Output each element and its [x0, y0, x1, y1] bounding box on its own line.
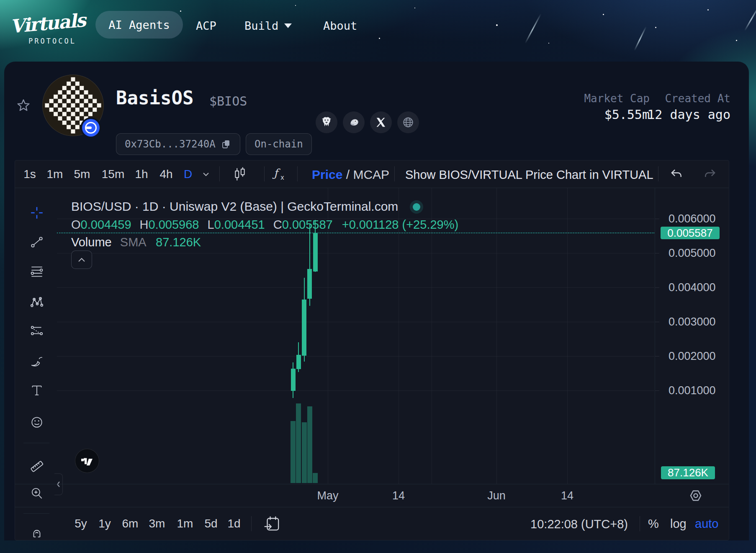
tradingview-logo-button[interactable] [75, 449, 99, 473]
time-tick-label[interactable]: 14 [392, 489, 405, 502]
ohlc-close-value: 0.005587 [282, 218, 333, 231]
brush-tool-icon [30, 354, 44, 368]
timeframe-5m[interactable]: 5m [74, 168, 90, 181]
crosshair-tool-icon [30, 206, 44, 220]
timeframe-1m[interactable]: 1m [47, 168, 63, 181]
brush-tool[interactable] [29, 354, 44, 369]
onchain-pill[interactable]: On-chain [246, 133, 312, 155]
price-tick-mark [655, 390, 659, 391]
goto-date-button[interactable] [263, 514, 280, 533]
timeframe-dropdown-button[interactable] [201, 169, 212, 180]
candle [291, 369, 296, 391]
projection-tool[interactable] [29, 323, 44, 339]
price-axis[interactable]: 0.0060000.0050000.0040000.0030000.002000… [655, 188, 729, 484]
nav-item-acp[interactable]: ACP [196, 19, 216, 32]
log-scale-button[interactable]: log [670, 517, 687, 531]
xabcd-pattern-tool-icon [30, 295, 44, 310]
price-toggle-option[interactable]: Price [312, 168, 342, 181]
magnet-tool[interactable] [29, 525, 44, 540]
globe-icon [402, 116, 414, 129]
ohlc-high-label: H [140, 218, 149, 231]
created-at-value: 12 days ago [647, 107, 730, 122]
zoom-in-tool-icon [30, 486, 44, 501]
last-price-badge: 0.005587 [661, 227, 720, 239]
range-5d[interactable]: 5d [204, 517, 217, 530]
chart-title[interactable]: BIOS/USD · 1D · Uniswap V2 (Base) | Geck… [71, 199, 398, 213]
x-twitter-icon [375, 117, 386, 128]
range-1d[interactable]: 1d [227, 517, 240, 530]
legend-collapse-button[interactable] [71, 251, 92, 269]
ohlc-change: +0.001128 (+25.29%) [342, 218, 458, 231]
x-twitter-link[interactable] [370, 111, 392, 133]
magnet-tool-icon [30, 525, 44, 539]
geckoterminal-icon [347, 116, 360, 129]
market-cap-stat: Market Cap $5.55m [584, 92, 650, 122]
ohlc-close-label: C [273, 218, 282, 231]
gridline-h [57, 322, 654, 322]
auto-scale-button[interactable]: auto [695, 517, 718, 531]
ohlc-open-value: 0.004459 [81, 218, 131, 231]
range-1y[interactable]: 1y [98, 517, 111, 530]
clock-display[interactable]: 10:22:08 (UTC+8) [530, 517, 628, 531]
projection-tool-icon [30, 324, 44, 338]
gear-icon [688, 488, 703, 503]
timeframe-D[interactable]: D [184, 168, 192, 181]
timeframe-1s[interactable]: 1s [23, 168, 36, 181]
price-tick-mark [655, 219, 659, 219]
brand-subtitle: PROTOCOL [28, 37, 76, 45]
calendar-goto-icon [263, 514, 280, 533]
dexscreener-link[interactable] [316, 111, 337, 133]
gridline-h [57, 356, 654, 357]
time-tick-label[interactable]: May [317, 489, 338, 502]
range-6m[interactable]: 6m [122, 517, 139, 530]
favorite-star-button[interactable] [16, 98, 31, 113]
redo-button[interactable] [702, 167, 717, 181]
last-volume-badge: 87.126K [661, 466, 715, 479]
volume-bar [291, 421, 296, 483]
price-tick-label: 0.002000 [669, 350, 716, 363]
crosshair-tool[interactable] [29, 205, 44, 220]
timeframe-1h[interactable]: 1h [135, 168, 148, 181]
range-5y[interactable]: 5y [75, 517, 87, 530]
text-tool[interactable] [29, 383, 44, 398]
undo-button[interactable] [670, 167, 684, 181]
xabcd-pattern-tool[interactable] [29, 295, 44, 310]
percent-scale-button[interactable]: % [648, 517, 659, 531]
timeframe-4h[interactable]: 4h [159, 168, 172, 181]
axis-settings-button[interactable] [688, 488, 703, 503]
time-tick-label[interactable]: 14 [561, 489, 573, 502]
tradingview-icon [81, 456, 93, 465]
range-3m[interactable]: 3m [149, 517, 165, 530]
zoom-in-tool[interactable] [29, 486, 44, 501]
chart-type-button[interactable] [233, 167, 247, 182]
nav-item-about[interactable]: About [323, 19, 357, 32]
timeframe-15m[interactable]: 15m [102, 168, 124, 181]
show-virtual-chart-button[interactable]: Show BIOS/VIRTUAL Price Chart in VIRTUAL [405, 168, 653, 182]
emoji-tool[interactable] [29, 415, 44, 430]
ruler-tool-icon [30, 459, 44, 473]
nav-item-ai-agents[interactable]: AI Agents [95, 11, 183, 39]
range-1m[interactable]: 1m [177, 517, 193, 530]
contract-address-pill[interactable]: 0x73Cb...37240A [116, 133, 240, 155]
copy-icon[interactable] [221, 139, 231, 150]
website-link[interactable] [397, 111, 419, 133]
time-tick-label[interactable]: Jun [487, 489, 506, 502]
price-mcap-toggle[interactable]: Price / MCAP [312, 168, 389, 182]
geckoterminal-link[interactable] [343, 111, 365, 133]
market-cap-value: $5.55m [584, 107, 650, 122]
price-tick-mark [655, 253, 659, 253]
time-axis[interactable]: May14Jun14 [57, 484, 654, 507]
virtuals-protocol-logo[interactable]: Virtuals PROTOCOL [9, 9, 80, 51]
nav-item-label: AI Agents [108, 18, 170, 31]
mcap-toggle-option[interactable]: MCAP [353, 168, 389, 181]
nav-item-label: About [323, 19, 357, 32]
volume-label[interactable]: Volume [71, 235, 112, 249]
nav-item-label: Build [244, 19, 278, 32]
nav-item-build[interactable]: Build [244, 19, 292, 32]
base-chain-badge [82, 119, 100, 137]
indicators-button[interactable]: ƒx [270, 166, 287, 183]
emoji-tool-icon [30, 415, 44, 429]
fib-retracement-tool[interactable] [29, 264, 44, 279]
ruler-tool[interactable] [29, 459, 44, 474]
trend-line-tool[interactable] [29, 235, 44, 250]
